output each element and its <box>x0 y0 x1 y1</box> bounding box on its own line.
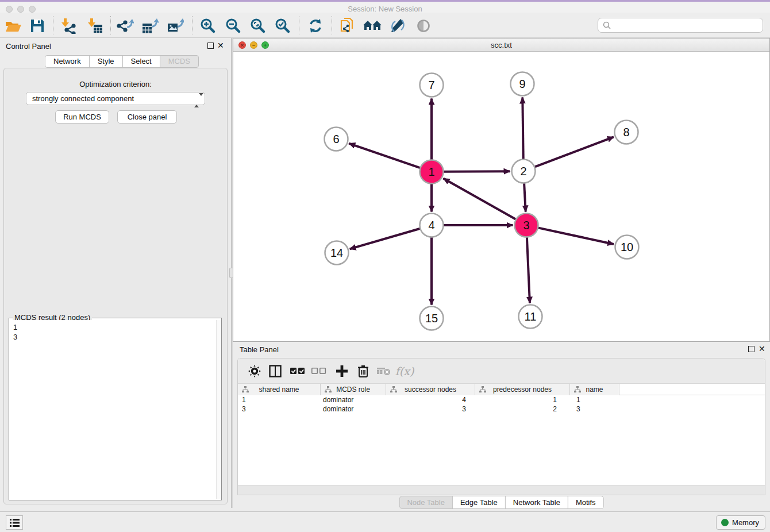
column-header-name[interactable]: name <box>570 384 619 395</box>
table-settings-icon[interactable] <box>245 363 264 380</box>
tab-node-table[interactable]: Node Table <box>399 496 453 509</box>
tab-edge-table[interactable]: Edge Table <box>452 496 506 509</box>
select-all-icon[interactable] <box>288 363 307 380</box>
node-15[interactable]: 15 <box>420 307 444 330</box>
cell-successor-nodes[interactable]: 4 <box>386 395 475 404</box>
tab-mcds[interactable]: MCDS <box>160 55 199 68</box>
first-neighbors-icon[interactable] <box>363 17 382 34</box>
edge-2-8[interactable] <box>534 137 614 167</box>
import-table-icon[interactable] <box>85 17 105 34</box>
edge-1-6[interactable] <box>349 144 420 168</box>
edge-1-2[interactable] <box>443 171 510 172</box>
export-network-icon[interactable] <box>116 17 135 34</box>
export-table-icon[interactable] <box>140 17 160 34</box>
close-table-panel-icon[interactable]: ✕ <box>759 344 765 353</box>
cell-predecessor-nodes[interactable]: 2 <box>475 404 570 414</box>
run-mcds-button[interactable]: Run MCDS <box>55 110 109 124</box>
style-toggle-icon[interactable] <box>388 17 407 34</box>
eye-view-icon[interactable] <box>414 17 433 34</box>
edge-3-10[interactable] <box>538 228 614 244</box>
float-table-panel-icon[interactable] <box>748 346 754 352</box>
edge-2-9[interactable] <box>522 97 523 159</box>
table-toolbar: f(x) <box>238 358 765 384</box>
search-box[interactable] <box>598 18 763 33</box>
close-panel-icon[interactable]: ✕ <box>217 41 224 50</box>
control-panel-header: Control Panel ✕ <box>0 38 231 54</box>
tab-style[interactable]: Style <box>89 55 123 68</box>
open-session-icon[interactable] <box>3 17 23 34</box>
clone-network-icon[interactable] <box>338 17 357 34</box>
unselect-all-icon[interactable] <box>310 363 328 380</box>
delete-rows-icon[interactable] <box>354 363 372 380</box>
node-2[interactable]: 2 <box>512 160 536 183</box>
node-9[interactable]: 9 <box>511 72 534 96</box>
function-builder-icon[interactable]: f(x) <box>395 363 414 380</box>
zoom-fit-icon[interactable] <box>248 17 268 34</box>
delete-table-icon[interactable] <box>375 363 393 380</box>
node-1[interactable]: 1 <box>420 160 444 184</box>
node-4[interactable]: 4 <box>420 214 444 237</box>
column-header-shared-name[interactable]: shared name <box>238 384 321 395</box>
optimization-criterion-select[interactable]: strongly connected component <box>26 92 205 105</box>
table-row[interactable]: 3dominator323 <box>238 404 765 414</box>
node-label-2: 2 <box>520 165 526 178</box>
close-panel-button[interactable]: Close panel <box>117 110 177 124</box>
toolbar-separator <box>110 16 111 34</box>
cell-predecessor-nodes[interactable]: 1 <box>475 395 570 404</box>
node-label-1: 1 <box>428 165 434 178</box>
zoom-selected-icon[interactable] <box>273 17 292 34</box>
zoom-out-icon[interactable] <box>224 17 243 34</box>
control-panel-tabs: NetworkStyleSelectMCDS <box>45 55 199 68</box>
show-column-panel-icon[interactable] <box>266 363 284 380</box>
node-8[interactable]: 8 <box>615 121 638 144</box>
import-network-icon[interactable] <box>59 17 79 34</box>
column-header-MCDS-role[interactable]: MCDS role <box>321 384 386 395</box>
edge-4-14[interactable] <box>350 229 421 249</box>
node-14[interactable]: 14 <box>325 241 349 265</box>
node-10[interactable]: 10 <box>615 236 639 259</box>
edge-3-1[interactable] <box>443 179 516 219</box>
node-label-9: 9 <box>519 78 525 90</box>
control-panel-title: Control Panel <box>6 42 51 51</box>
memory-status-icon <box>721 519 729 526</box>
cell-shared-name[interactable]: 3 <box>238 404 321 414</box>
tab-network-table[interactable]: Network Table <box>505 496 568 509</box>
edge-2-3[interactable] <box>524 183 526 211</box>
tab-network[interactable]: Network <box>45 55 90 68</box>
search-input[interactable] <box>611 20 763 31</box>
network-graph[interactable]: 7968124314101511 <box>233 52 769 341</box>
toolbar-separator <box>332 16 332 34</box>
add-row-icon[interactable] <box>333 363 351 380</box>
cell-MCDS-role[interactable]: dominator <box>321 404 386 414</box>
memory-button[interactable]: Memory <box>716 515 765 530</box>
cell-successor-nodes[interactable]: 3 <box>386 404 475 414</box>
table-row[interactable]: 1dominator411 <box>238 395 765 404</box>
zoom-in-icon[interactable] <box>198 17 218 34</box>
export-image-icon[interactable] <box>165 17 185 34</box>
node-7[interactable]: 7 <box>420 74 444 97</box>
mcds-result-scrollbar[interactable] <box>216 320 221 499</box>
save-session-icon[interactable] <box>28 17 47 34</box>
node-11[interactable]: 11 <box>519 305 542 329</box>
main-toolbar <box>0 13 770 38</box>
cell-shared-name[interactable]: 1 <box>238 395 321 404</box>
task-history-button[interactable] <box>6 515 23 530</box>
network-window-title: scc.txt <box>233 41 769 49</box>
column-header-predecessor-nodes[interactable]: predecessor nodes <box>475 384 570 395</box>
edge-3-11[interactable] <box>527 237 530 303</box>
refresh-layout-icon[interactable] <box>306 17 325 34</box>
tab-motifs[interactable]: Motifs <box>568 496 604 509</box>
node-label-3: 3 <box>523 219 529 232</box>
float-panel-icon[interactable] <box>207 43 214 49</box>
node-6[interactable]: 6 <box>325 128 348 151</box>
cell-MCDS-role[interactable]: dominator <box>321 395 386 404</box>
node-3[interactable]: 3 <box>515 214 538 237</box>
cell-name[interactable]: 1 <box>570 395 619 404</box>
column-header-successor-nodes[interactable]: successor nodes <box>386 384 475 395</box>
network-canvas[interactable]: 7968124314101511 <box>233 52 769 341</box>
mcds-result-text[interactable]: 1 3 <box>10 320 216 499</box>
network-window-titlebar[interactable]: ✕ − + scc.txt <box>233 38 769 52</box>
tab-select[interactable]: Select <box>122 55 160 68</box>
node-label-8: 8 <box>623 126 629 138</box>
cell-name[interactable]: 3 <box>570 404 619 414</box>
